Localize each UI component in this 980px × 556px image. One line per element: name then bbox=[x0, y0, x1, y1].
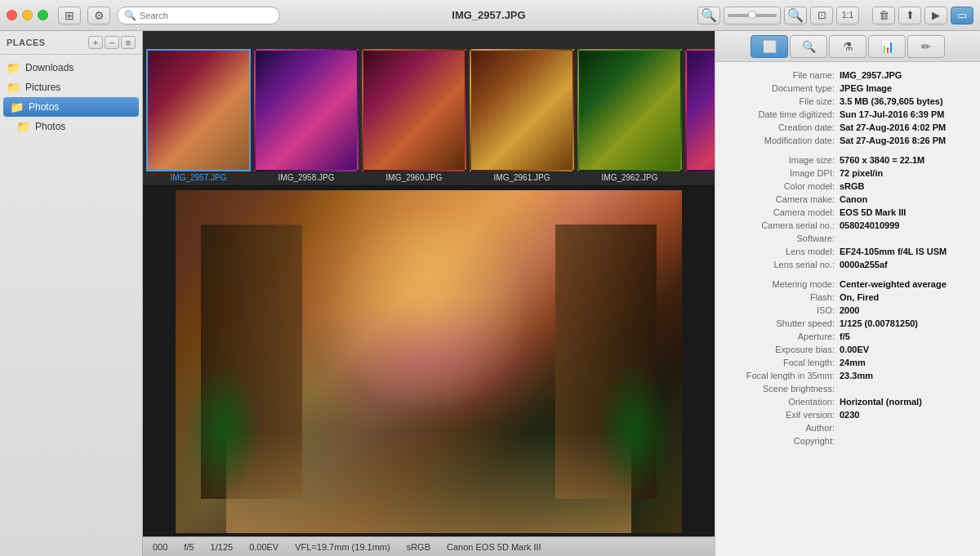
thumb-image-3 bbox=[470, 49, 574, 171]
sidebar-item-pictures-label: Pictures bbox=[25, 82, 60, 93]
sidebar-places-label: Places bbox=[7, 38, 46, 47]
sidebar-add-button[interactable]: + bbox=[88, 36, 103, 49]
info-value-filename: IMG_2957.JPG bbox=[840, 70, 902, 80]
zoom-in-button[interactable]: 🔍 bbox=[784, 7, 807, 24]
info-value-creationdate: Sat 27-Aug-2016 4:02 PM bbox=[840, 122, 946, 132]
info-panel: ⬜ 🔍 ⚗ 📊 ✏ File name: IMG_2957.JPG Docume… bbox=[715, 31, 980, 556]
close-button[interactable] bbox=[7, 10, 17, 20]
fullscreen-button[interactable]: ⊡ bbox=[810, 7, 833, 24]
info-value-iso: 2000 bbox=[840, 305, 859, 315]
info-value-moddate: Sat 27-Aug-2016 8:26 PM bbox=[840, 136, 946, 145]
info-value-colormodel: sRGB bbox=[840, 181, 865, 191]
status-vfl: VFL=19.7mm (19.1mm) bbox=[295, 542, 390, 552]
zoom-out-button[interactable]: 🔍 bbox=[697, 7, 720, 24]
info-label-imagesize: Image size: bbox=[725, 155, 840, 165]
sidebar-item-pictures[interactable]: 📁 Pictures bbox=[0, 78, 142, 97]
sidebar-remove-button[interactable]: − bbox=[105, 36, 119, 49]
thumb-label-0: IMG_2957.JPG bbox=[146, 171, 251, 185]
thumbnail-3[interactable]: IMG_2961.JPG bbox=[470, 49, 574, 185]
thumb-image-0 bbox=[146, 49, 251, 171]
folder-icon: 📁 bbox=[16, 120, 30, 133]
thumbnail-2[interactable]: IMG_2960.JPG bbox=[362, 49, 466, 185]
info-row-expbias: Exposure bias: 0.00EV bbox=[715, 343, 980, 356]
folder-icon: 📁 bbox=[7, 81, 20, 94]
grid-view-button[interactable]: ⊞ bbox=[58, 7, 81, 24]
info-value-flash: On, Fired bbox=[840, 292, 879, 302]
thumb-image-2 bbox=[362, 49, 466, 171]
info-tab-filter[interactable]: ⚗ bbox=[829, 35, 866, 58]
info-row-exifver: Exif version: 0230 bbox=[715, 408, 980, 421]
info-tab-search[interactable]: 🔍 bbox=[790, 35, 827, 58]
info-label-lensmodel: Lens model: bbox=[725, 247, 840, 256]
info-value-lensserial: 0000a255af bbox=[840, 260, 888, 269]
info-row-scenebrightness: Scene brightness: bbox=[715, 382, 980, 395]
edit-icon: ✏ bbox=[921, 40, 931, 53]
info-label-exifver: Exif version: bbox=[725, 410, 840, 420]
info-value-focallen: 24mm bbox=[840, 358, 866, 367]
thumbnail-1[interactable]: IMG_2958.JPG bbox=[254, 49, 359, 185]
status-pos: 000 bbox=[153, 542, 167, 552]
share-button[interactable]: ⬆ bbox=[898, 7, 921, 24]
actual-size-button[interactable]: 1:1 bbox=[836, 7, 859, 24]
info-value-cameramodel: EOS 5D Mark III bbox=[840, 207, 906, 217]
status-shutter: 1/125 bbox=[211, 542, 234, 552]
info-label-shutter: Shutter speed: bbox=[725, 318, 840, 328]
info-value-dpi: 72 pixel/in bbox=[840, 168, 883, 178]
status-aperture: f/5 bbox=[184, 542, 194, 552]
info-label-colormodel: Color model: bbox=[725, 181, 840, 191]
thumb-image-1 bbox=[254, 49, 359, 171]
info-label-metering: Metering mode: bbox=[725, 279, 840, 289]
info-value-focallen35: 23.3mm bbox=[840, 371, 873, 380]
zoom-slider[interactable] bbox=[724, 7, 781, 24]
info-row-aperture: Aperture: f/5 bbox=[715, 330, 980, 343]
info-row-lensserial: Lens serial no.: 0000a255af bbox=[715, 258, 980, 271]
thumb-label-3: IMG_2961.JPG bbox=[470, 171, 574, 185]
info-row-dpi: Image DPI: 72 pixel/in bbox=[715, 167, 980, 180]
info-value-datetimedigitized: Sun 17-Jul-2016 6:39 PM bbox=[840, 109, 944, 119]
info-value-lensmodel: EF24-105mm f/4L IS USM bbox=[840, 247, 947, 256]
toolbar-right: 🔍 🔍 ⊡ 1:1 🗑 ⬆ ▶ ▭ bbox=[697, 7, 973, 24]
info-label-orientation: Orientation: bbox=[725, 397, 840, 407]
thumbnail-0[interactable]: IMG_2957.JPG bbox=[146, 49, 251, 185]
info-label-iso: ISO: bbox=[725, 305, 840, 315]
search-input[interactable] bbox=[140, 11, 273, 20]
info-row-iso: ISO: 2000 bbox=[715, 304, 980, 317]
window-title: IMG_2957.JPG bbox=[287, 9, 691, 21]
sidebar-controls: + − ≡ bbox=[88, 36, 136, 49]
thumbnail-strip: IMG_2957.JPG IMG_2958.JPG IMG_2960.JPG I… bbox=[143, 31, 715, 186]
settings-button[interactable]: ⚙ bbox=[87, 7, 110, 24]
maximize-button[interactable] bbox=[38, 10, 48, 20]
info-label-flash: Flash: bbox=[725, 292, 840, 302]
info-value-filesize: 3.5 MB (36,79,605 bytes) bbox=[840, 96, 943, 106]
center-area: IMG_2957.JPG IMG_2958.JPG IMG_2960.JPG I… bbox=[143, 31, 715, 556]
info-row-orientation: Orientation: Horizontal (normal) bbox=[715, 395, 980, 408]
info-label-copyright: Copyright: bbox=[725, 436, 840, 446]
info-panel-toggle[interactable]: ▭ bbox=[951, 7, 973, 24]
info-tab-histogram[interactable]: 📊 bbox=[868, 35, 906, 58]
thumb-label-2: IMG_2960.JPG bbox=[362, 171, 466, 185]
info-row-focallen35: Focal length in 35mm: 23.3mm bbox=[715, 369, 980, 382]
sidebar-item-photos-label: Photos bbox=[29, 101, 59, 113]
play-button[interactable]: ▶ bbox=[924, 7, 947, 24]
thumbnail-5[interactable]: IMG_... bbox=[685, 49, 715, 185]
titlebar: ⊞ ⚙ 🔍 IMG_2957.JPG 🔍 🔍 ⊡ 1:1 🗑 ⬆ ▶ ▭ bbox=[0, 0, 980, 31]
sidebar-item-photos[interactable]: 📁 Photos bbox=[3, 97, 139, 117]
minimize-button[interactable] bbox=[22, 10, 33, 20]
sidebar-item-photos-sub[interactable]: 📁 Photos bbox=[0, 117, 142, 136]
info-label-software: Software: bbox=[725, 234, 840, 243]
sidebar-options-button[interactable]: ≡ bbox=[121, 36, 136, 49]
info-label-dpi: Image DPI: bbox=[725, 168, 840, 178]
info-row-copyright: Copyright: bbox=[715, 434, 980, 447]
trash-button[interactable]: 🗑 bbox=[872, 7, 895, 24]
info-row-doctype: Document type: JPEG Image bbox=[715, 82, 980, 95]
info-label-creationdate: Creation date: bbox=[725, 122, 840, 132]
info-row-imagesize: Image size: 5760 x 3840 = 22.1M bbox=[715, 153, 980, 167]
info-tab-view[interactable]: ⬜ bbox=[751, 35, 788, 58]
info-tab-edit[interactable]: ✏ bbox=[907, 35, 945, 58]
info-row-datetimedigitized: Date time digitized: Sun 17-Jul-2016 6:3… bbox=[715, 108, 980, 121]
info-label-lensserial: Lens serial no.: bbox=[725, 260, 840, 269]
sidebar-item-downloads[interactable]: 📁 Downloads bbox=[0, 58, 142, 78]
thumbnail-4[interactable]: IMG_2962.JPG bbox=[577, 49, 682, 185]
main-content: Places + − ≡ 📁 Downloads 📁 Pictures 📁 Ph… bbox=[0, 31, 980, 556]
info-label-scenebrightness: Scene brightness: bbox=[725, 384, 840, 394]
